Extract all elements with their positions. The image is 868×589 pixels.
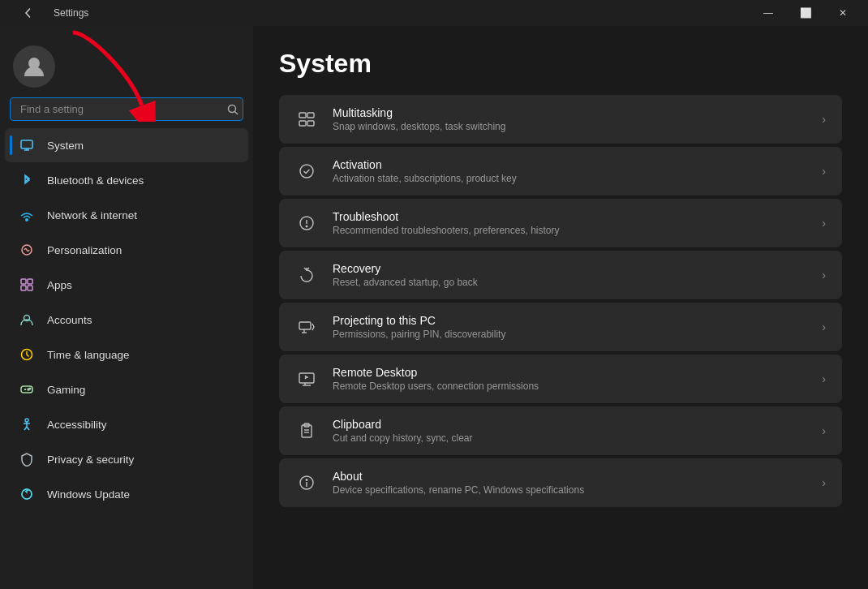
sidebar: System Bluetooth & devices Network & int…: [0, 26, 253, 589]
settings-item-activation[interactable]: Activation Activation state, subscriptio…: [279, 147, 842, 196]
settings-item-title-activation: Activation: [333, 158, 807, 171]
settings-item-title-clipboard: Clipboard: [333, 418, 807, 431]
sidebar-item-label-network: Network & internet: [47, 209, 235, 221]
settings-item-projecting[interactable]: Projecting to this PC Permissions, pairi…: [279, 303, 842, 351]
close-button[interactable]: ✕: [824, 0, 862, 26]
network-icon: [18, 206, 36, 224]
app-body: System Bluetooth & devices Network & int…: [0, 26, 868, 589]
update-icon: [18, 485, 36, 503]
settings-item-subtitle-recovery: Reset, advanced startup, go back: [333, 277, 807, 288]
gaming-icon: [18, 380, 36, 398]
titlebar-controls: — ⬜ ✕: [750, 0, 862, 26]
settings-item-subtitle-clipboard: Cut and copy history, sync, clear: [333, 432, 807, 444]
remote-desktop-icon: [295, 368, 318, 390]
accounts-icon: [18, 311, 36, 329]
settings-item-multitasking[interactable]: Multitasking Snap windows, desktops, tas…: [279, 95, 842, 144]
bluetooth-icon: [18, 171, 36, 189]
search-icon-button[interactable]: [227, 104, 238, 115]
sidebar-item-bluetooth[interactable]: Bluetooth & devices: [5, 163, 248, 197]
troubleshoot-icon: [295, 212, 318, 234]
settings-item-title-about: About: [333, 470, 807, 483]
sidebar-item-update[interactable]: Windows Update: [5, 477, 248, 511]
settings-item-title-troubleshoot: Troubleshoot: [333, 210, 807, 223]
apps-icon: [18, 276, 36, 294]
settings-item-subtitle-remote-desktop: Remote Desktop users, connection permiss…: [333, 380, 807, 392]
svg-point-33: [306, 226, 307, 227]
sidebar-item-label-gaming: Gaming: [47, 384, 235, 396]
svg-point-1: [229, 105, 236, 112]
sidebar-item-network[interactable]: Network & internet: [5, 198, 248, 232]
sidebar-item-label-time: Time & language: [47, 349, 235, 361]
settings-item-title-projecting: Projecting to this PC: [333, 314, 807, 327]
avatar: [13, 45, 55, 88]
sidebar-item-label-accessibility: Accessibility: [47, 419, 235, 431]
chevron-right-icon: ›: [822, 217, 826, 230]
personalization-icon: [18, 241, 36, 259]
multitasking-icon: [295, 108, 318, 131]
nav-list: System Bluetooth & devices Network & int…: [0, 127, 253, 512]
svg-point-30: [300, 165, 313, 178]
svg-rect-11: [21, 286, 26, 290]
svg-rect-29: [307, 121, 314, 126]
activation-icon: [295, 160, 318, 183]
about-icon: [295, 471, 318, 494]
svg-point-47: [306, 479, 307, 481]
titlebar: Settings — ⬜ ✕: [0, 0, 868, 26]
settings-list: Multitasking Snap windows, desktops, tas…: [279, 95, 842, 507]
page-title: System: [279, 49, 842, 79]
search-input[interactable]: [10, 97, 243, 121]
sidebar-item-apps[interactable]: Apps: [5, 268, 248, 302]
sidebar-item-time[interactable]: Time & language: [5, 337, 248, 372]
settings-item-subtitle-troubleshoot: Recommended troubleshooters, preferences…: [333, 225, 807, 236]
svg-rect-27: [307, 113, 314, 118]
search-box: [10, 97, 243, 121]
sidebar-item-accessibility[interactable]: Accessibility: [5, 407, 248, 441]
settings-item-subtitle-multitasking: Snap windows, desktops, task switching: [333, 121, 807, 132]
main-content: System Multitasking Snap windows, deskto…: [253, 26, 868, 589]
recovery-icon: [295, 264, 318, 286]
chevron-right-icon: ›: [822, 476, 826, 489]
settings-item-remote-desktop[interactable]: Remote Desktop Remote Desktop users, con…: [279, 355, 842, 403]
sidebar-item-system[interactable]: System: [5, 128, 248, 162]
sidebar-item-gaming[interactable]: Gaming: [5, 372, 248, 406]
sidebar-item-accounts[interactable]: Accounts: [5, 303, 248, 337]
projecting-icon: [295, 316, 318, 338]
search-box-wrapper: [0, 97, 253, 127]
svg-rect-9: [21, 279, 26, 284]
settings-item-subtitle-about: Device specifications, rename PC, Window…: [333, 484, 807, 496]
time-icon: [18, 346, 36, 363]
sidebar-item-privacy[interactable]: Privacy & security: [5, 442, 248, 476]
titlebar-title: Settings: [54, 7, 88, 19]
settings-item-title-multitasking: Multitasking: [333, 106, 807, 119]
settings-item-subtitle-activation: Activation state, subscriptions, product…: [333, 173, 807, 184]
svg-line-2: [235, 111, 238, 114]
svg-rect-28: [299, 121, 306, 126]
chevron-right-icon: ›: [822, 113, 826, 126]
back-button[interactable]: [10, 0, 47, 26]
sidebar-item-label-privacy: Privacy & security: [47, 454, 235, 466]
svg-rect-26: [299, 113, 306, 118]
settings-item-about[interactable]: About Device specifications, rename PC, …: [279, 458, 842, 507]
settings-item-clipboard[interactable]: Clipboard Cut and copy history, sync, cl…: [279, 406, 842, 455]
minimize-button[interactable]: —: [750, 0, 787, 26]
chevron-right-icon: ›: [822, 424, 826, 437]
svg-point-7: [26, 219, 28, 221]
restore-button[interactable]: ⬜: [787, 0, 824, 26]
svg-rect-12: [28, 286, 32, 290]
svg-rect-4: [21, 140, 32, 148]
sidebar-item-label-apps: Apps: [47, 279, 235, 291]
svg-rect-37: [299, 373, 314, 383]
sidebar-item-personalization[interactable]: Personalization: [5, 233, 248, 267]
clipboard-icon: [295, 419, 318, 442]
sidebar-item-label-personalization: Personalization: [47, 244, 235, 256]
system-icon: [18, 136, 36, 154]
svg-line-24: [27, 427, 29, 430]
svg-point-20: [25, 419, 28, 422]
svg-point-19: [29, 388, 31, 389]
settings-item-troubleshoot[interactable]: Troubleshoot Recommended troubleshooters…: [279, 199, 842, 247]
chevron-right-icon: ›: [822, 372, 826, 385]
accessibility-icon: [18, 415, 36, 433]
settings-item-subtitle-projecting: Permissions, pairing PIN, discoverabilit…: [333, 329, 807, 340]
settings-item-recovery[interactable]: Recovery Reset, advanced startup, go bac…: [279, 251, 842, 299]
titlebar-left: Settings: [10, 0, 88, 26]
